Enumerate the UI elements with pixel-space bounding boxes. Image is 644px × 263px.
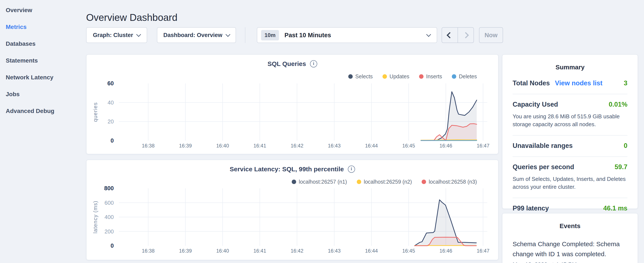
db-console-app: Overview Metrics Databases Statements Ne… (0, 0, 644, 263)
controls-divider (245, 27, 245, 43)
summary-label: Unavailable ranges (512, 142, 573, 150)
svg-text:20: 20 (108, 118, 114, 125)
summary-title: Summary (512, 61, 628, 73)
svg-text:16:40: 16:40 (216, 143, 229, 149)
svg-text:40: 40 (108, 99, 114, 106)
summary-row-qps: Queries per second 59.7 Sum of Selects, … (512, 157, 628, 198)
svg-text:16:43: 16:43 (328, 143, 340, 149)
summary-value: 46.1 ms (603, 204, 628, 212)
now-button[interactable]: Now (479, 27, 503, 43)
sidebar-item-jobs[interactable]: Jobs (0, 86, 85, 103)
summary-label: Capacity Used (512, 101, 558, 108)
summary-value: 0.01% (609, 101, 628, 108)
chevron-down-icon (136, 32, 141, 37)
svg-text:200: 200 (104, 228, 114, 235)
svg-text:16:46: 16:46 (440, 143, 452, 149)
time-prev-button[interactable] (442, 28, 458, 43)
svg-text:400: 400 (104, 214, 114, 220)
chevron-down-icon (426, 32, 431, 37)
svg-text:0: 0 (110, 137, 114, 144)
sidebar-item-overview[interactable]: Overview (0, 2, 85, 19)
summary-value: 3 (624, 79, 628, 87)
summary-value: 0 (624, 142, 628, 150)
sql-queries-card: SQL Queries Selects Updates Inserts Dele… (86, 54, 498, 154)
svg-text:16:40: 16:40 (216, 248, 229, 254)
sidebar-item-advanced-debug[interactable]: Advanced Debug (0, 103, 85, 119)
summary-description: Sum of Selects, Updates, Inserts, and De… (512, 175, 628, 191)
svg-text:16:47: 16:47 (477, 143, 490, 149)
svg-text:16:42: 16:42 (291, 248, 304, 254)
svg-text:queries: queries (92, 102, 98, 122)
summary-row-capacity: Capacity Used 0.01% You are using 28.6 M… (512, 94, 628, 136)
svg-text:800: 800 (104, 185, 114, 191)
svg-text:16:44: 16:44 (365, 248, 378, 254)
summary-row-unavailable-ranges: Unavailable ranges 0 (512, 136, 628, 157)
graph-scope-select[interactable]: Graph: Cluster (86, 27, 147, 43)
svg-text:16:43: 16:43 (328, 248, 340, 254)
time-step-buttons (442, 27, 474, 43)
summary-description: You are using 28.6 MiB of 515.9 GiB usab… (512, 113, 628, 128)
chevron-down-icon (225, 32, 230, 37)
time-next-button[interactable] (458, 28, 474, 43)
svg-text:16:45: 16:45 (402, 143, 415, 149)
summary-label: P99 latency (512, 204, 549, 212)
graph-scope-label: Graph: Cluster (93, 32, 133, 39)
summary-label: Queries per second (512, 163, 574, 171)
svg-text:600: 600 (104, 200, 114, 206)
dashboard-select[interactable]: Dashboard: Overview (157, 27, 236, 43)
svg-text:16:38: 16:38 (142, 248, 154, 254)
sidebar: Overview Metrics Databases Statements Ne… (0, 0, 85, 263)
sql-queries-chart: 16:3816:3916:4016:4116:4216:4316:4416:45… (86, 55, 499, 155)
svg-text:latency (ms): latency (ms) (92, 201, 98, 233)
summary-panel: Summary Total Nodes View nodes list 3 Ca… (502, 54, 638, 209)
view-nodes-link[interactable]: View nodes list (555, 79, 602, 87)
dashboard-select-label: Dashboard: Overview (163, 32, 222, 39)
service-latency-chart: 16:3816:3916:4016:4116:4216:4316:4416:45… (86, 160, 499, 261)
svg-text:16:42: 16:42 (291, 143, 304, 149)
sidebar-item-metrics[interactable]: Metrics (0, 19, 85, 35)
svg-text:16:39: 16:39 (179, 143, 192, 149)
svg-text:16:46: 16:46 (440, 248, 452, 254)
svg-text:16:41: 16:41 (254, 143, 266, 149)
sidebar-item-statements[interactable]: Statements (0, 52, 85, 69)
chevron-right-icon (463, 32, 469, 38)
event-date: May 13, 2020 at 4:45 PM (512, 261, 628, 263)
page-title: Overview Dashboard (86, 12, 178, 23)
svg-text:0: 0 (110, 242, 114, 249)
events-title: Events (512, 219, 628, 232)
summary-row-total-nodes: Total Nodes View nodes list 3 (512, 73, 628, 94)
events-panel: Events Schema Change Completed: Schema c… (502, 213, 638, 263)
svg-text:60: 60 (107, 80, 114, 87)
event-text: Schema Change Completed: Schema change w… (512, 239, 628, 259)
sidebar-item-network-latency[interactable]: Network Latency (0, 69, 85, 86)
time-range-label: Past 10 Minutes (284, 32, 331, 39)
svg-text:16:47: 16:47 (477, 248, 490, 254)
sidebar-item-databases[interactable]: Databases (0, 35, 85, 52)
svg-text:16:38: 16:38 (142, 143, 154, 149)
service-latency-card: Service Latency: SQL, 99th percentile lo… (86, 160, 498, 260)
chevron-left-icon (447, 32, 453, 38)
time-range-badge: 10m (261, 30, 279, 41)
summary-label: Total Nodes (512, 79, 550, 87)
time-range-select[interactable]: 10m Past 10 Minutes (257, 27, 437, 43)
svg-text:16:41: 16:41 (254, 248, 266, 254)
svg-text:16:45: 16:45 (402, 248, 415, 254)
svg-text:16:39: 16:39 (179, 248, 192, 254)
svg-text:16:44: 16:44 (365, 143, 378, 149)
summary-value: 59.7 (615, 163, 628, 171)
